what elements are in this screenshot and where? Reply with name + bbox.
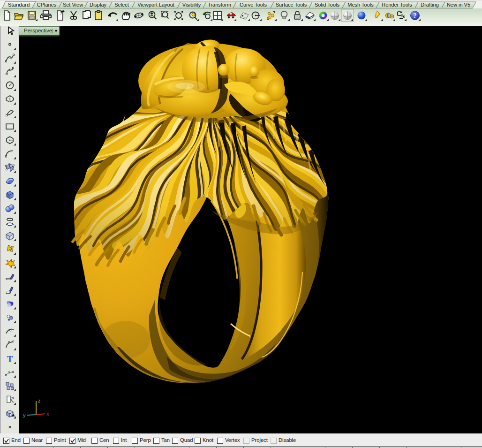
svg-text:Set View: Set View: [63, 2, 83, 8]
svg-text:T: T: [7, 354, 13, 364]
svg-text:»: »: [8, 424, 12, 430]
svg-text:Surface Tools: Surface Tools: [276, 2, 307, 8]
svg-text:Transform: Transform: [208, 2, 231, 8]
svg-text:Visibility: Visibility: [182, 2, 201, 8]
svg-text:Viewport Layout: Viewport Layout: [137, 2, 174, 8]
svg-text:Render Tools: Render Tools: [382, 2, 412, 8]
svg-text:y: y: [23, 412, 26, 418]
svg-text:Select: Select: [114, 2, 129, 8]
svg-text:Curve Tools: Curve Tools: [240, 2, 267, 8]
svg-text:Standard: Standard: [8, 2, 30, 8]
svg-text:Mesh Tools: Mesh Tools: [347, 2, 374, 8]
svg-text:x: x: [46, 411, 49, 417]
svg-text:?: ?: [414, 12, 417, 19]
svg-text:New in V5: New in V5: [447, 2, 470, 8]
svg-text:CPlanes: CPlanes: [37, 2, 57, 8]
svg-text:Drafting: Drafting: [421, 2, 439, 8]
svg-text:z: z: [38, 398, 41, 403]
svg-text:Display: Display: [90, 2, 107, 8]
svg-text:Solid Tools: Solid Tools: [315, 2, 339, 8]
